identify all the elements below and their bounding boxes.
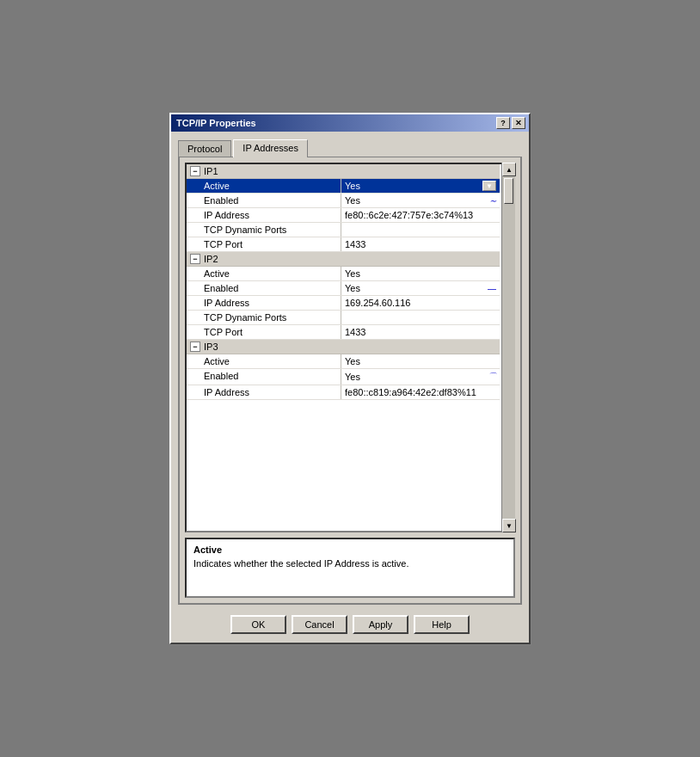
prop-ip1-tcpport-row[interactable]: TCP Port 1433 xyxy=(187,237,500,252)
prop-ip3-active-value: Yes xyxy=(341,354,500,368)
prop-ip1-ipaddress-value: fe80::6c2e:427:757e:3c74%13 xyxy=(341,208,500,222)
prop-ip2-ipaddress-name: IP Address xyxy=(187,296,341,310)
prop-ip3-enabled-annotation: ⌒ xyxy=(488,371,496,383)
prop-ip1-enabled-row[interactable]: Enabled Yes ∼ xyxy=(187,194,500,208)
prop-ip2-ipaddress-value: 169.254.60.116 xyxy=(341,296,500,310)
collapse-ip2-button[interactable]: − xyxy=(190,254,200,264)
tab-content-ip-addresses: − IP1 Active Yes ▼ Enabled Yes xyxy=(178,157,522,605)
prop-ip2-ipaddress-row[interactable]: IP Address 169.254.60.116 xyxy=(187,296,500,311)
scroll-up-button[interactable]: ▲ xyxy=(502,163,516,176)
prop-ip3-ipaddress-name: IP Address xyxy=(187,385,341,399)
cancel-button[interactable]: Cancel xyxy=(292,615,347,634)
title-bar-buttons: ? ✕ xyxy=(496,117,525,129)
prop-ip2-dynamicports-name: TCP Dynamic Ports xyxy=(187,311,341,324)
window-title: TCP/IP Properties xyxy=(176,118,496,128)
prop-ip1-ipaddress-text: fe80::6c2e:427:757e:3c74%13 xyxy=(345,210,496,220)
prop-ip2-enabled-value: Yes — xyxy=(341,281,500,295)
properties-area-wrapper: − IP1 Active Yes ▼ Enabled Yes xyxy=(185,163,515,532)
tab-ip-addresses[interactable]: IP Addresses xyxy=(233,139,308,157)
scroll-down-button[interactable]: ▼ xyxy=(502,519,516,532)
properties-area[interactable]: − IP1 Active Yes ▼ Enabled Yes xyxy=(185,163,515,532)
dialog-button-row: OK Cancel Apply Help xyxy=(178,612,522,636)
prop-ip1-active-row[interactable]: Active Yes ▼ xyxy=(187,179,500,194)
prop-ip1-ipaddress-row[interactable]: IP Address fe80::6c2e:427:757e:3c74%13 xyxy=(187,208,500,223)
apply-button[interactable]: Apply xyxy=(353,615,408,634)
tab-strip: Protocol IP Addresses xyxy=(178,138,522,157)
section-ip1-header: − IP1 xyxy=(187,164,500,179)
prop-ip3-enabled-text: Yes xyxy=(345,372,484,382)
prop-ip2-active-row[interactable]: Active Yes xyxy=(187,267,500,281)
section-ip1-label: IP1 xyxy=(204,166,218,176)
prop-ip1-active-dropdown[interactable]: ▼ xyxy=(482,181,496,191)
prop-ip2-tcpport-name: TCP Port xyxy=(187,325,341,339)
prop-ip2-tcpport-row[interactable]: TCP Port 1433 xyxy=(187,325,500,340)
prop-ip2-enabled-row[interactable]: Enabled Yes — xyxy=(187,281,500,296)
prop-ip1-tcpport-text: 1433 xyxy=(345,239,496,249)
prop-ip1-active-name: Active xyxy=(187,179,341,193)
prop-ip3-ipaddress-value: fe80::c819:a964:42e2:df83%11 xyxy=(341,385,500,399)
section-ip2-label: IP2 xyxy=(204,254,218,264)
section-ip2-header: − IP2 xyxy=(187,252,500,267)
prop-ip3-enabled-row[interactable]: Enabled Yes ⌒ xyxy=(187,369,500,385)
collapse-ip3-button[interactable]: − xyxy=(190,342,200,352)
help-dialog-button[interactable]: Help xyxy=(414,615,470,634)
prop-ip2-dynamicports-value xyxy=(341,311,500,324)
prop-ip1-enabled-text: Yes xyxy=(345,195,486,206)
prop-ip1-active-value[interactable]: Yes ▼ xyxy=(341,179,500,193)
prop-ip2-enabled-annotation: — xyxy=(488,284,496,293)
prop-ip3-active-text: Yes xyxy=(345,356,496,366)
scrollbar-vertical: ▲ ▼ xyxy=(501,163,515,532)
window-body: Protocol IP Addresses − IP1 Active xyxy=(171,132,529,643)
prop-ip3-ipaddress-row[interactable]: IP Address fe80::c819:a964:42e2:df83%11 xyxy=(187,385,500,400)
prop-ip1-enabled-annotation: ∼ xyxy=(489,196,496,206)
tcp-ip-properties-dialog: TCP/IP Properties ? ✕ Protocol IP Addres… xyxy=(169,113,531,644)
prop-ip1-active-text: Yes xyxy=(345,181,482,191)
prop-ip1-tcpport-value: 1433 xyxy=(341,237,500,251)
prop-ip2-active-value: Yes xyxy=(341,267,500,280)
prop-ip2-enabled-text: Yes xyxy=(345,283,484,293)
prop-ip3-active-name: Active xyxy=(187,354,341,368)
prop-ip3-ipaddress-text: fe80::c819:a964:42e2:df83%11 xyxy=(345,387,496,397)
prop-ip3-enabled-value: Yes ⌒ xyxy=(341,369,500,385)
ok-button[interactable]: OK xyxy=(230,615,286,634)
prop-ip2-active-text: Yes xyxy=(345,268,496,279)
scroll-track xyxy=(502,176,515,519)
section-ip3-header: − IP3 xyxy=(187,340,500,354)
prop-ip1-enabled-name: Enabled xyxy=(187,194,341,207)
prop-ip2-dynamicports-row[interactable]: TCP Dynamic Ports xyxy=(187,311,500,325)
help-button[interactable]: ? xyxy=(496,117,510,129)
scroll-thumb[interactable] xyxy=(504,178,513,204)
prop-ip1-tcpport-name: TCP Port xyxy=(187,237,341,251)
prop-ip3-active-row[interactable]: Active Yes xyxy=(187,354,500,369)
prop-ip1-ipaddress-name: IP Address xyxy=(187,208,341,222)
prop-ip1-dynamicports-name: TCP Dynamic Ports xyxy=(187,223,341,237)
description-area: Active Indicates whether the selected IP… xyxy=(185,538,515,598)
prop-ip3-enabled-name: Enabled xyxy=(187,369,341,385)
close-button[interactable]: ✕ xyxy=(512,117,525,129)
prop-ip1-dynamicports-row[interactable]: TCP Dynamic Ports xyxy=(187,223,500,237)
prop-ip2-active-name: Active xyxy=(187,267,341,280)
collapse-ip1-button[interactable]: − xyxy=(190,166,200,176)
description-title: Active xyxy=(193,545,507,555)
title-bar: TCP/IP Properties ? ✕ xyxy=(171,114,529,132)
description-text: Indicates whether the selected IP Addres… xyxy=(193,558,507,569)
section-ip3-label: IP3 xyxy=(204,342,218,352)
tab-protocol[interactable]: Protocol xyxy=(178,140,231,158)
prop-ip2-enabled-name: Enabled xyxy=(187,281,341,295)
prop-ip2-tcpport-text: 1433 xyxy=(345,327,496,337)
prop-ip2-ipaddress-text: 169.254.60.116 xyxy=(345,298,496,308)
prop-ip2-tcpport-value: 1433 xyxy=(341,325,500,339)
prop-ip1-enabled-value: Yes ∼ xyxy=(341,194,500,207)
prop-ip1-dynamicports-value xyxy=(341,223,500,237)
